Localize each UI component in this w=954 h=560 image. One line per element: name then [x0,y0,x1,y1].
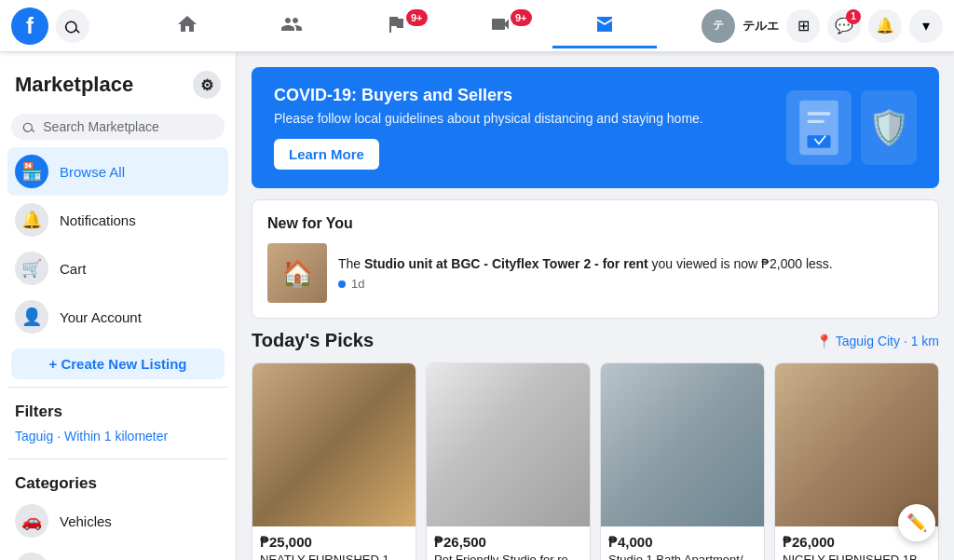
product-title: Studio 1 Bath Apartment/Condo [608,553,756,560]
covid-icon-box [786,90,852,165]
product-image [427,363,590,526]
username-label: テルエ [743,18,779,34]
filters-heading: Filters [7,395,228,425]
messenger-badge: 1 [846,9,861,24]
avatar[interactable]: テ [702,9,735,43]
compose-float-button[interactable]: ✏️ [898,504,935,541]
product-image [252,363,416,526]
vehicles-icon: 🚗 [15,504,48,538]
todays-picks-heading: Today's Picks [252,330,374,351]
nav-search-button[interactable] [56,9,89,43]
product-price: ₱26,500 [434,534,582,551]
divider-1 [7,387,228,388]
search-marketplace-box[interactable] [11,114,225,140]
account-icon: 👤 [15,300,48,334]
divider-2 [7,458,228,459]
notification-text: The Studio unit at BGC - Cityflex Tower … [338,255,833,274]
nav-center: 9+ 9+ [89,4,702,48]
property-rentals-icon: 🏠 [15,553,48,560]
product-info: ₱25,000 NEATLY FURNISHED 1BR AT TRION TO… [252,526,416,560]
nav-home-button[interactable] [135,4,239,48]
covid-banner: COVID-19: Buyers and Sellers Please foll… [252,67,939,188]
product-image [775,363,938,526]
todays-picks-header: Today's Picks 📍 Taguig City · 1 km [252,330,939,351]
location-tag: 📍 Taguig City · 1 km [816,334,939,348]
product-grid: ₱25,000 NEATLY FURNISHED 1BR AT TRION TO… [252,362,939,560]
facebook-logo[interactable]: f [11,7,48,45]
unread-dot [338,280,346,288]
notifications-button[interactable]: 🔔 [868,9,902,43]
notification-image: 🏠 [267,243,327,303]
product-card[interactable]: ₱4,000 Studio 1 Bath Apartment/Condo Tag… [600,362,765,560]
sidebar-item-vehicles[interactable]: 🚗 Vehicles [7,497,228,545]
pages-badge: 9+ [406,9,428,26]
product-title: NICELY FURNISHED 1BR AT TRION TOWERS BGC… [783,553,931,560]
nav-watch-button[interactable]: 9+ [448,4,552,48]
sidebar-item-notifications[interactable]: 🔔 Notifications [7,196,228,244]
nav-right: テ テルエ ⊞ 💬 1 🔔 ▾ [702,9,943,43]
product-title: NEATLY FURNISHED 1BR AT TRION TOWERS BGC [260,553,408,560]
notification-item[interactable]: 🏠 The Studio unit at BGC - Cityflex Towe… [267,243,923,303]
notification-time: 1d [351,277,364,291]
sidebar-item-your-account[interactable]: 👤 Your Account [7,293,228,341]
create-new-listing-button[interactable]: + Create New Listing [11,348,225,379]
learn-more-button[interactable]: Learn More [274,139,379,170]
svg-rect-3 [808,135,831,147]
nav-left: f [11,7,89,45]
filters-value[interactable]: Taguig · Within 1 kilometer [7,425,228,451]
product-info: ₱26,500 Pet Friendly Studio for rent in … [427,526,590,560]
product-card[interactable]: ₱25,000 NEATLY FURNISHED 1BR AT TRION TO… [252,362,416,560]
new-for-you-heading: New for You [267,215,923,232]
svg-rect-1 [808,112,831,115]
sidebar-item-property-rentals[interactable]: 🏠 Property Rentals [7,545,228,560]
sidebar-item-browse-all[interactable]: 🏪 Browse All [7,147,228,196]
messenger-button[interactable]: 💬 1 [827,9,861,43]
notification-meta: 1d [338,277,833,291]
product-title: Pet Friendly Studio for rent in BGC - Tw… [434,553,582,560]
search-input[interactable] [43,119,213,134]
svg-rect-2 [808,120,825,123]
product-card[interactable]: ₱26,500 Pet Friendly Studio for rent in … [426,362,591,560]
settings-gear-icon[interactable]: ⚙ [193,71,221,99]
sidebar: Marketplace ⚙ 🏪 Browse All 🔔 Notificatio… [0,52,237,560]
location-pin-icon: 📍 [816,334,832,348]
product-image [601,363,764,526]
app-body: Marketplace ⚙ 🏪 Browse All 🔔 Notificatio… [0,52,954,560]
covid-description: Please follow local guidelines about phy… [274,111,703,126]
categories-heading: Categories [7,467,228,497]
covid-title: COVID-19: Buyers and Sellers [274,86,703,105]
nav-friends-button[interactable] [239,4,344,48]
nav-pages-button[interactable]: 9+ [344,4,448,48]
covid-visual-icon [796,95,842,160]
sidebar-title: Marketplace ⚙ [7,63,228,110]
browse-all-icon: 🏪 [15,155,48,188]
watch-badge: 9+ [511,9,532,26]
search-icon [22,119,35,134]
main-content: COVID-19: Buyers and Sellers Please foll… [237,52,954,560]
product-price: ₱25,000 [260,534,408,551]
sidebar-item-cart[interactable]: 🛒 Cart [7,244,228,293]
top-nav: f 9+ 9+ テ テルエ ⊞ [0,0,954,52]
covid-heart-icon: 🛡️ [861,90,917,165]
account-menu-button[interactable]: ▾ [909,9,943,43]
cart-icon: 🛒 [15,252,48,285]
new-for-you-section: New for You 🏠 The Studio unit at BGC - C… [252,199,939,319]
apps-grid-button[interactable]: ⊞ [786,9,820,43]
nav-marketplace-button[interactable] [552,4,657,48]
product-price: ₱4,000 [608,534,756,551]
product-info: ₱4,000 Studio 1 Bath Apartment/Condo Tag… [601,526,764,560]
notifications-icon: 🔔 [15,203,48,237]
